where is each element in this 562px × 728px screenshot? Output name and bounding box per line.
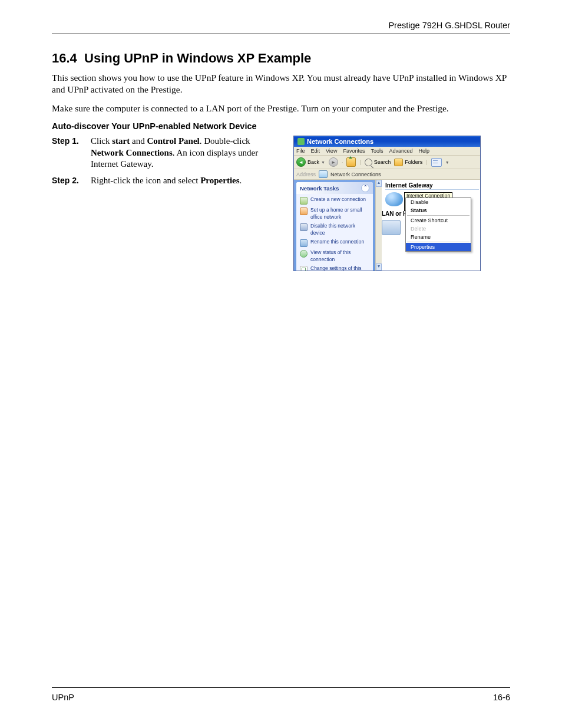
task-change-settings[interactable]: Change settings of this connection [300,265,369,271]
network-tasks-list: Create a new connection Set up a home or… [296,194,373,271]
step-1-mid1: and [130,136,147,146]
xp-window-title: Network Connections [307,138,373,145]
menu-advanced[interactable]: Advanced [389,148,412,154]
group-internet-gateway: Internet Gateway [385,182,479,190]
xp-toolbar: ◄ Back ▼ ► · | Search Folders | ▼ [294,156,480,169]
menu-tools[interactable]: Tools [371,148,383,154]
section-title: 16.4 Using UPnP in Windows XP Example [52,51,510,66]
scroll-up-arrow-icon[interactable]: ▲ [376,180,382,187]
chevron-up-icon: ⌃ [361,184,369,192]
address-value[interactable]: Network Connections [330,172,381,177]
xp-menubar: File Edit View Favorites Tools Advanced … [294,147,480,156]
xp-content-pane: Internet Gateway Internet Connection Ena… [382,180,480,271]
context-rename[interactable]: Rename [406,233,471,241]
address-location-icon [319,170,328,178]
context-delete: Delete [406,225,471,233]
network-connections-icon [297,138,305,145]
task-create-label: Create a new connection [310,196,366,205]
task-rename-connection[interactable]: Rename this connection [300,239,369,247]
network-tasks-panel: Network Tasks ⌃ Create a new connection … [296,182,373,271]
disable-device-icon [300,223,308,231]
footer-left: UPnP [52,693,74,702]
step-1-pre: Click [91,136,112,146]
up-folder-button[interactable] [346,157,356,167]
toolbar-divider-2: | [426,159,427,165]
new-connection-icon [300,197,308,205]
step-2-bold-properties: Properties [200,176,239,185]
context-separator-1 [407,215,470,216]
step-2: Step 2. Right-click the icon and select … [52,175,283,187]
step-1-label: Step 1. [52,136,91,170]
step-2-label: Step 2. [52,175,91,187]
step-2-post: . [240,176,242,185]
context-separator-2 [407,242,470,242]
task-view-status[interactable]: View status of this connection [300,249,369,263]
globe-icon [385,192,403,206]
step-1-mid2: . Double-click [200,136,250,146]
menu-edit[interactable]: Edit [311,148,320,154]
page-header-product: Prestige 792H G.SHDSL Router [52,21,510,34]
menu-file[interactable]: File [296,148,305,154]
xp-sidebar: Network Tasks ⌃ Create a new connection … [294,180,375,271]
rename-icon [300,239,308,247]
forward-button[interactable]: ► [329,157,338,167]
header-rule [52,34,510,34]
task-settings-label: Change settings of this connection [310,265,369,271]
context-create-shortcut[interactable]: Create Shortcut [406,216,471,225]
xp-body: Network Tasks ⌃ Create a new connection … [294,180,480,271]
context-disable[interactable]: Disable [406,198,471,206]
lan-connection-icon[interactable] [382,220,401,235]
section-title-text: Using UPnP in Windows XP Example [84,51,311,65]
folders-label: Folders [405,159,422,165]
context-status[interactable]: Status [406,206,471,215]
folders-button[interactable]: Folders [394,159,422,166]
footer-right: 16-6 [493,693,510,702]
group-lan: LAN or H [382,210,407,217]
steps-list: Step 1. Click start and Control Panel. D… [52,136,283,191]
task-rename-label: Rename this connection [310,239,364,247]
back-button[interactable]: ◄ Back ▼ [296,157,325,167]
step-2-pre: Right-click the icon and select [91,176,200,185]
step-1-bold-network: Network Connections [91,148,173,157]
search-button[interactable]: Search [365,159,391,166]
task-setup-network[interactable]: Set up a home or small office network [300,207,369,220]
sidebar-scrollbar[interactable]: ▲ ▼ [375,180,382,271]
back-label: Back [308,159,319,165]
paragraph-2: Make sure the computer is connected to a… [52,103,510,114]
menu-favorites[interactable]: Favorites [343,148,365,154]
back-arrow-icon: ◄ [296,157,306,167]
step-1-bold-controlpanel: Control Panel [147,136,199,146]
step-1-text: Click start and Control Panel. Double-cl… [91,136,283,170]
step-1-bold-start: start [112,136,130,146]
views-button[interactable] [431,158,442,167]
toolbar-sep: · [342,159,343,165]
paragraph-1: This section shows you how to use the UP… [52,72,510,95]
xp-window: Network Connections File Edit View Favor… [293,136,481,271]
task-disable-device[interactable]: Disable this network device [300,223,369,236]
task-disable-label: Disable this network device [310,223,369,236]
search-label: Search [374,159,391,165]
address-static-label: Address [296,172,316,177]
xp-titlebar[interactable]: Network Connections [294,136,480,147]
menu-help[interactable]: Help [418,148,429,154]
views-dropdown-icon: ▼ [445,160,449,164]
context-properties[interactable]: Properties [406,243,471,251]
folders-icon [394,159,403,166]
search-icon [365,159,372,166]
network-tasks-title: Network Tasks [300,185,339,192]
task-setup-label: Set up a home or small office network [310,207,369,220]
status-icon [300,250,308,258]
task-create-connection[interactable]: Create a new connection [300,196,369,205]
back-dropdown-icon: ▼ [321,160,325,164]
step-1: Step 1. Click start and Control Panel. D… [52,136,283,170]
settings-icon [300,266,308,271]
home-network-icon [300,207,308,215]
footer-rule [52,687,510,688]
scroll-down-arrow-icon[interactable]: ▼ [376,263,382,271]
section-number: 16.4 [52,51,77,65]
menu-view[interactable]: View [326,148,337,154]
page-footer: UPnP 16-6 [52,693,510,702]
xp-addressbar: Address Network Connections [294,169,480,180]
task-status-label: View status of this connection [310,249,369,263]
network-tasks-header[interactable]: Network Tasks ⌃ [296,182,373,194]
